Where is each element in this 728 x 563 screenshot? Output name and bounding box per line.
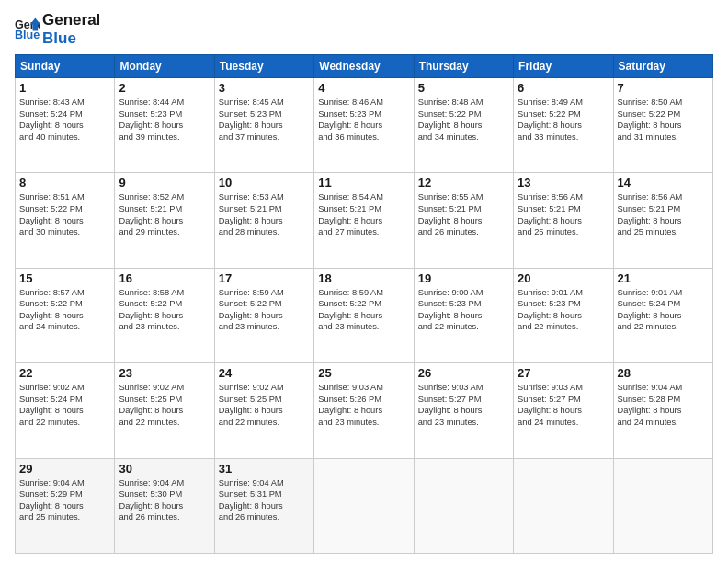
cell-info: Sunrise: 9:01 AMSunset: 5:23 PMDaylight:… — [518, 287, 609, 333]
calendar-cell: 17Sunrise: 8:59 AMSunset: 5:22 PMDayligh… — [214, 268, 313, 362]
cell-info: Sunrise: 8:59 AMSunset: 5:22 PMDaylight:… — [318, 287, 409, 333]
cell-info: Sunrise: 8:57 AMSunset: 5:22 PMDaylight:… — [19, 287, 110, 333]
calendar-table: SundayMondayTuesdayWednesdayThursdayFrid… — [15, 54, 713, 554]
cell-info: Sunrise: 8:48 AMSunset: 5:22 PMDaylight:… — [418, 97, 509, 143]
calendar-cell: 22Sunrise: 9:02 AMSunset: 5:24 PMDayligh… — [16, 363, 115, 458]
day-number: 22 — [19, 366, 110, 380]
day-number: 25 — [318, 366, 409, 380]
header-wednesday: Wednesday — [314, 55, 414, 78]
cell-info: Sunrise: 8:46 AMSunset: 5:23 PMDaylight:… — [318, 97, 409, 143]
calendar-cell: 13Sunrise: 8:56 AMSunset: 5:21 PMDayligh… — [514, 173, 613, 268]
calendar-week-1: 1Sunrise: 8:43 AMSunset: 5:24 PMDaylight… — [16, 78, 713, 173]
calendar-cell: 3Sunrise: 8:45 AMSunset: 5:23 PMDaylight… — [214, 78, 313, 173]
day-number: 1 — [19, 81, 110, 95]
calendar-week-2: 8Sunrise: 8:51 AMSunset: 5:22 PMDaylight… — [16, 173, 713, 268]
day-number: 7 — [618, 81, 709, 95]
calendar-cell — [314, 458, 414, 553]
day-number: 11 — [318, 176, 409, 190]
header-thursday: Thursday — [414, 55, 513, 78]
day-number: 6 — [518, 81, 609, 95]
cell-info: Sunrise: 9:02 AMSunset: 5:24 PMDaylight:… — [19, 382, 110, 428]
day-number: 27 — [518, 366, 609, 380]
cell-info: Sunrise: 8:44 AMSunset: 5:23 PMDaylight:… — [119, 97, 210, 143]
day-number: 2 — [119, 81, 210, 95]
logo: General Blue General Blue — [15, 11, 100, 47]
calendar-cell: 9Sunrise: 8:52 AMSunset: 5:21 PMDaylight… — [115, 173, 214, 268]
cell-info: Sunrise: 8:56 AMSunset: 5:21 PMDaylight:… — [518, 191, 609, 237]
calendar-cell: 7Sunrise: 8:50 AMSunset: 5:22 PMDaylight… — [613, 78, 712, 173]
calendar-cell: 6Sunrise: 8:49 AMSunset: 5:22 PMDaylight… — [514, 78, 613, 173]
day-number: 12 — [418, 176, 509, 190]
calendar-cell: 8Sunrise: 8:51 AMSunset: 5:22 PMDaylight… — [16, 173, 115, 268]
day-number: 8 — [19, 176, 110, 190]
cell-info: Sunrise: 9:04 AMSunset: 5:29 PMDaylight:… — [19, 477, 110, 523]
day-number: 4 — [318, 81, 409, 95]
cell-info: Sunrise: 8:59 AMSunset: 5:22 PMDaylight:… — [219, 287, 310, 333]
cell-info: Sunrise: 8:43 AMSunset: 5:24 PMDaylight:… — [19, 97, 110, 143]
day-number: 19 — [418, 271, 509, 285]
day-number: 9 — [119, 176, 210, 190]
calendar-cell: 23Sunrise: 9:02 AMSunset: 5:25 PMDayligh… — [115, 363, 214, 458]
cell-info: Sunrise: 9:04 AMSunset: 5:31 PMDaylight:… — [219, 477, 310, 523]
calendar-cell: 20Sunrise: 9:01 AMSunset: 5:23 PMDayligh… — [514, 268, 613, 362]
cell-info: Sunrise: 8:54 AMSunset: 5:21 PMDaylight:… — [318, 191, 409, 237]
header-tuesday: Tuesday — [214, 55, 313, 78]
day-number: 10 — [219, 176, 310, 190]
cell-info: Sunrise: 9:03 AMSunset: 5:26 PMDaylight:… — [318, 382, 409, 428]
cell-info: Sunrise: 8:50 AMSunset: 5:22 PMDaylight:… — [618, 97, 709, 143]
calendar-cell: 4Sunrise: 8:46 AMSunset: 5:23 PMDaylight… — [314, 78, 414, 173]
calendar-cell: 12Sunrise: 8:55 AMSunset: 5:21 PMDayligh… — [414, 173, 513, 268]
day-number: 23 — [119, 366, 210, 380]
day-number: 26 — [418, 366, 509, 380]
cell-info: Sunrise: 9:03 AMSunset: 5:27 PMDaylight:… — [418, 382, 509, 428]
calendar-header-row: SundayMondayTuesdayWednesdayThursdayFrid… — [16, 55, 713, 78]
day-number: 18 — [318, 271, 409, 285]
calendar-cell — [613, 458, 712, 553]
cell-info: Sunrise: 8:51 AMSunset: 5:22 PMDaylight:… — [19, 191, 110, 237]
calendar-cell: 14Sunrise: 8:56 AMSunset: 5:21 PMDayligh… — [613, 173, 712, 268]
cell-info: Sunrise: 9:02 AMSunset: 5:25 PMDaylight:… — [119, 382, 210, 428]
cell-info: Sunrise: 9:02 AMSunset: 5:25 PMDaylight:… — [219, 382, 310, 428]
calendar-week-3: 15Sunrise: 8:57 AMSunset: 5:22 PMDayligh… — [16, 268, 713, 362]
header-friday: Friday — [514, 55, 613, 78]
calendar-cell: 24Sunrise: 9:02 AMSunset: 5:25 PMDayligh… — [214, 363, 313, 458]
calendar-cell: 10Sunrise: 8:53 AMSunset: 5:21 PMDayligh… — [214, 173, 313, 268]
cell-info: Sunrise: 8:56 AMSunset: 5:21 PMDaylight:… — [618, 191, 709, 237]
header-sunday: Sunday — [16, 55, 115, 78]
cell-info: Sunrise: 9:04 AMSunset: 5:30 PMDaylight:… — [119, 477, 210, 523]
day-number: 3 — [219, 81, 310, 95]
day-number: 5 — [418, 81, 509, 95]
page: General Blue General Blue SundayMondayTu… — [0, 0, 728, 563]
day-number: 24 — [219, 366, 310, 380]
cell-info: Sunrise: 8:45 AMSunset: 5:23 PMDaylight:… — [219, 97, 310, 143]
day-number: 21 — [618, 271, 709, 285]
calendar-cell — [414, 458, 513, 553]
cell-info: Sunrise: 9:01 AMSunset: 5:24 PMDaylight:… — [618, 287, 709, 333]
calendar-cell: 16Sunrise: 8:58 AMSunset: 5:22 PMDayligh… — [115, 268, 214, 362]
calendar-cell: 30Sunrise: 9:04 AMSunset: 5:30 PMDayligh… — [115, 458, 214, 553]
day-number: 30 — [119, 462, 210, 476]
calendar-cell: 25Sunrise: 9:03 AMSunset: 5:26 PMDayligh… — [314, 363, 414, 458]
cell-info: Sunrise: 9:00 AMSunset: 5:23 PMDaylight:… — [418, 287, 509, 333]
logo-text-blue: Blue — [42, 29, 100, 48]
calendar-cell: 31Sunrise: 9:04 AMSunset: 5:31 PMDayligh… — [214, 458, 313, 553]
day-number: 16 — [119, 271, 210, 285]
calendar-cell: 27Sunrise: 9:03 AMSunset: 5:27 PMDayligh… — [514, 363, 613, 458]
day-number: 17 — [219, 271, 310, 285]
calendar-week-5: 29Sunrise: 9:04 AMSunset: 5:29 PMDayligh… — [16, 458, 713, 553]
calendar-cell: 15Sunrise: 8:57 AMSunset: 5:22 PMDayligh… — [16, 268, 115, 362]
cell-info: Sunrise: 8:55 AMSunset: 5:21 PMDaylight:… — [418, 191, 509, 237]
calendar-cell: 11Sunrise: 8:54 AMSunset: 5:21 PMDayligh… — [314, 173, 414, 268]
day-number: 15 — [19, 271, 110, 285]
cell-info: Sunrise: 9:04 AMSunset: 5:28 PMDaylight:… — [618, 382, 709, 428]
calendar-cell — [514, 458, 613, 553]
calendar-cell: 21Sunrise: 9:01 AMSunset: 5:24 PMDayligh… — [613, 268, 712, 362]
cell-info: Sunrise: 9:03 AMSunset: 5:27 PMDaylight:… — [518, 382, 609, 428]
logo-icon: General Blue — [15, 17, 40, 42]
cell-info: Sunrise: 8:52 AMSunset: 5:21 PMDaylight:… — [119, 191, 210, 237]
day-number: 14 — [618, 176, 709, 190]
logo-text-general: General — [42, 11, 100, 29]
calendar-cell: 26Sunrise: 9:03 AMSunset: 5:27 PMDayligh… — [414, 363, 513, 458]
calendar-cell: 19Sunrise: 9:00 AMSunset: 5:23 PMDayligh… — [414, 268, 513, 362]
cell-info: Sunrise: 8:53 AMSunset: 5:21 PMDaylight:… — [219, 191, 310, 237]
